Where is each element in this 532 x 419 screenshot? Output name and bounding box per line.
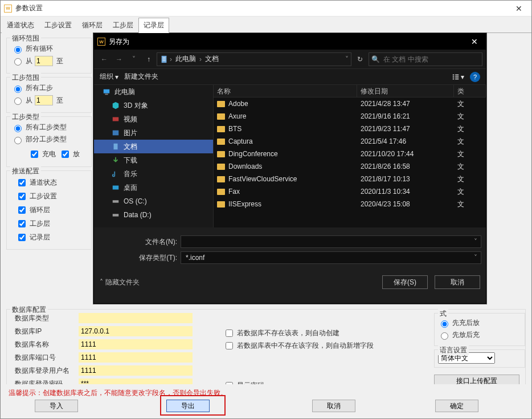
recent-icon[interactable]: ˅ bbox=[127, 52, 141, 66]
file-name: Fax bbox=[228, 188, 240, 196]
step-type-all-radio[interactable] bbox=[14, 125, 22, 132]
lang-group: 语言设置 简体中文 bbox=[434, 349, 525, 368]
list-row[interactable]: Fax2020/11/3 10:34文 bbox=[214, 185, 486, 198]
export-button[interactable]: 导出 bbox=[166, 400, 210, 412]
chevron-down-icon[interactable]: ˅ bbox=[474, 238, 477, 246]
push-check-0[interactable] bbox=[18, 179, 26, 186]
tree-item-1[interactable]: 3D 对象 bbox=[94, 99, 213, 112]
chevron-down-icon[interactable]: ˅ bbox=[474, 254, 477, 262]
list-row[interactable]: Downloads2021/8/26 16:58文 bbox=[214, 160, 486, 173]
tab-3[interactable]: 工步层 bbox=[108, 18, 138, 33]
loop-from-radio[interactable] bbox=[14, 58, 22, 66]
file-type: 文 bbox=[454, 99, 486, 109]
list-row[interactable]: IISExpress2020/4/23 15:08文 bbox=[214, 198, 486, 210]
crumb-seg[interactable]: 文档 bbox=[203, 54, 221, 64]
tree-item-2[interactable]: 视频 bbox=[94, 112, 213, 126]
dialog-title: 另存为 bbox=[109, 37, 129, 47]
upload-config-button[interactable]: 接口上传配置 bbox=[434, 375, 519, 384]
db-input-5[interactable] bbox=[79, 379, 193, 384]
chevron-down-icon: ▾ bbox=[115, 73, 118, 81]
newfolder-button[interactable]: 新建文件夹 bbox=[124, 72, 158, 82]
tree-item-3[interactable]: 图片 bbox=[94, 126, 213, 140]
db-input-1[interactable] bbox=[79, 326, 193, 336]
db-input-4[interactable] bbox=[79, 365, 193, 376]
cancel-button[interactable]: 取消 bbox=[312, 400, 355, 412]
crumb-seg[interactable]: 此电脑 bbox=[173, 54, 198, 64]
import-button[interactable]: 导入 bbox=[35, 400, 78, 412]
list-row[interactable]: DingConference2021/10/20 17:44文 bbox=[214, 148, 486, 160]
organize-button[interactable]: 组织▾ bbox=[100, 72, 118, 82]
list-row[interactable]: FastViewCloudService2021/8/17 10:13文 bbox=[214, 173, 486, 185]
tab-1[interactable]: 工步设置 bbox=[39, 18, 77, 33]
tab-4[interactable]: 记录层 bbox=[138, 18, 169, 33]
loop-from-input[interactable] bbox=[35, 56, 53, 66]
folder-icon bbox=[217, 101, 225, 107]
auto-add-field-check[interactable] bbox=[226, 342, 233, 349]
filename-input-wrap[interactable]: ˅ bbox=[181, 235, 481, 248]
search-box[interactable]: 🔍 bbox=[369, 52, 482, 66]
filetype-select[interactable]: ˅ bbox=[181, 251, 481, 264]
tree-item-4[interactable]: 文档 bbox=[94, 140, 213, 153]
push-check-2[interactable] bbox=[18, 206, 26, 214]
loop-all-radio[interactable] bbox=[14, 46, 22, 54]
view-button[interactable]: ▾ bbox=[452, 73, 464, 81]
file-list[interactable]: 名称 修改日期 类 Adobe2021/4/28 13:47文Axure2021… bbox=[214, 85, 486, 227]
folder-tree[interactable]: 此电脑3D 对象视频图片文档下载音乐桌面OS (C:)Data (D:) bbox=[94, 85, 214, 227]
disc-check[interactable] bbox=[62, 150, 69, 158]
push-check-1[interactable] bbox=[18, 193, 26, 200]
tab-0[interactable]: 通道状态 bbox=[2, 18, 39, 33]
hide-folders-toggle[interactable]: ˄隐藏文件夹 bbox=[100, 278, 140, 287]
window-close-icon[interactable]: ✕ bbox=[506, 1, 531, 17]
push-check-3[interactable] bbox=[18, 220, 26, 227]
svg-rect-9 bbox=[455, 78, 459, 79]
col-name[interactable]: 名称 bbox=[214, 85, 357, 97]
show-password-check[interactable] bbox=[226, 382, 233, 384]
breadcrumb[interactable]: › 此电脑 › 文档 ˅ bbox=[157, 52, 351, 66]
tree-item-8[interactable]: OS (C:) bbox=[94, 194, 213, 208]
col-date[interactable]: 修改日期 bbox=[357, 85, 454, 97]
help-icon[interactable]: ? bbox=[470, 72, 480, 82]
charge-check[interactable] bbox=[31, 150, 38, 158]
list-header[interactable]: 名称 修改日期 类 bbox=[214, 85, 486, 97]
db-input-3[interactable] bbox=[79, 352, 193, 363]
close-icon[interactable]: ✕ bbox=[463, 34, 486, 50]
db-input-0[interactable] bbox=[79, 313, 193, 323]
save-button[interactable]: 保存(S) bbox=[382, 275, 428, 289]
folder-icon bbox=[217, 151, 225, 157]
db-group: 数据库配置 数据库类型数据库IP数据库名称数据库端口号数据库登录用户名数据库登录… bbox=[6, 309, 526, 384]
refresh-icon[interactable]: ↻ bbox=[353, 52, 367, 66]
down-icon bbox=[111, 156, 120, 165]
push-check-4[interactable] bbox=[18, 234, 26, 241]
list-row[interactable]: Captura2021/5/4 17:46文 bbox=[214, 135, 486, 148]
tree-item-9[interactable]: Data (D:) bbox=[94, 208, 213, 222]
list-row[interactable]: Axure2021/9/16 16:21文 bbox=[214, 110, 486, 123]
tab-2[interactable]: 循环层 bbox=[77, 18, 108, 33]
ok-button[interactable]: 确定 bbox=[435, 400, 478, 412]
fill-a-radio[interactable] bbox=[441, 320, 448, 328]
svg-rect-5 bbox=[453, 76, 455, 78]
tree-item-6[interactable]: 音乐 bbox=[94, 167, 213, 181]
list-row[interactable]: Adobe2021/4/28 13:47文 bbox=[214, 97, 486, 110]
step-from-radio[interactable] bbox=[14, 97, 22, 105]
tree-item-5[interactable]: 下载 bbox=[94, 153, 213, 167]
label: 所有循环 bbox=[26, 44, 53, 54]
back-icon[interactable]: ← bbox=[97, 52, 111, 66]
list-row[interactable]: BTS2021/9/23 11:47文 bbox=[214, 123, 486, 135]
fill-b-radio[interactable] bbox=[441, 332, 448, 340]
forward-icon[interactable]: → bbox=[112, 52, 126, 66]
auto-create-table-check[interactable] bbox=[226, 329, 233, 337]
step-all-radio[interactable] bbox=[14, 86, 22, 93]
search-input[interactable] bbox=[382, 55, 480, 64]
col-type[interactable]: 类 bbox=[454, 85, 486, 97]
step-type-part-radio[interactable] bbox=[14, 137, 22, 144]
step-from-input[interactable] bbox=[35, 95, 53, 105]
filename-input[interactable] bbox=[185, 237, 474, 246]
dialog-cancel-button[interactable]: 取消 bbox=[435, 275, 480, 289]
chevron-down-icon[interactable]: ˅ bbox=[345, 55, 349, 63]
svg-rect-15 bbox=[114, 144, 118, 150]
file-browser: 此电脑3D 对象视频图片文档下载音乐桌面OS (C:)Data (D:) 名称 … bbox=[94, 85, 486, 227]
tree-item-0[interactable]: 此电脑 bbox=[94, 85, 213, 99]
db-input-2[interactable] bbox=[79, 339, 193, 349]
up-icon[interactable]: ↑ bbox=[142, 52, 155, 66]
tree-item-7[interactable]: 桌面 bbox=[94, 181, 213, 194]
